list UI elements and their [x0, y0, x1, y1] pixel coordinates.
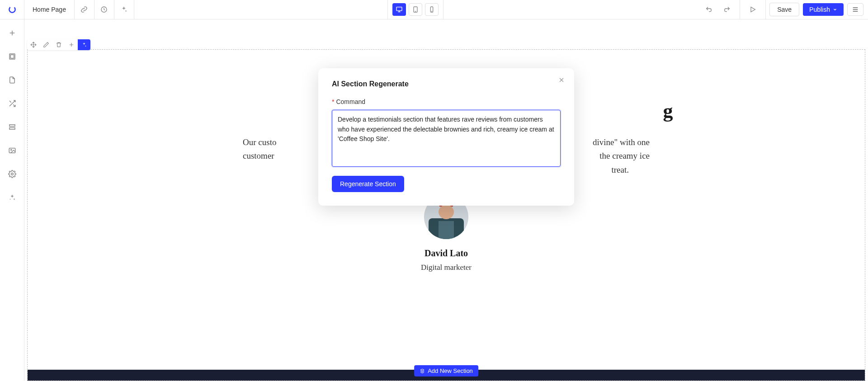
regenerate-button[interactable]: Regenerate Section: [332, 176, 404, 192]
svg-rect-10: [9, 125, 15, 127]
command-textarea[interactable]: [332, 110, 561, 167]
svg-rect-9: [10, 55, 14, 58]
close-icon[interactable]: [556, 75, 567, 85]
preview-button[interactable]: [745, 1, 761, 18]
svg-point-0: [8, 5, 16, 14]
clock-icon[interactable]: [94, 0, 114, 19]
canvas[interactable]: g Our custo divine" with one customer th…: [24, 19, 868, 381]
undo-button[interactable]: [701, 1, 717, 18]
media-button[interactable]: [7, 145, 18, 156]
command-label: *Command: [332, 98, 561, 105]
modal-overlay: AI Section Regenerate *Command Regenerat…: [24, 19, 868, 381]
svg-point-6: [431, 11, 432, 12]
redo-button[interactable]: [719, 1, 735, 18]
chevron-down-icon: [833, 7, 837, 12]
menu-button[interactable]: [847, 3, 863, 16]
settings-button[interactable]: [7, 169, 18, 179]
app-logo[interactable]: [0, 0, 24, 19]
ai-regenerate-modal: AI Section Regenerate *Command Regenerat…: [318, 68, 574, 206]
layers-button[interactable]: [7, 122, 18, 132]
svg-rect-11: [9, 128, 15, 130]
pages-button[interactable]: [7, 75, 18, 85]
publish-button[interactable]: Publish: [803, 3, 844, 16]
svg-marker-7: [751, 7, 755, 12]
mobile-view-button[interactable]: [425, 3, 439, 16]
top-toolbar: Home Page Save Publish: [0, 0, 868, 19]
device-switcher: [387, 0, 443, 19]
link-icon[interactable]: [75, 0, 94, 19]
modal-title: AI Section Regenerate: [332, 80, 561, 88]
tablet-view-button[interactable]: [409, 3, 422, 16]
shuffle-button[interactable]: [7, 98, 18, 109]
publish-label: Publish: [809, 6, 830, 13]
ai-button[interactable]: [7, 192, 18, 203]
page-title[interactable]: Home Page: [24, 0, 75, 19]
add-element-button[interactable]: [7, 28, 18, 38]
svg-point-13: [10, 149, 11, 150]
main-area: g Our custo divine" with one customer th…: [0, 19, 868, 381]
sparkle-icon[interactable]: [114, 0, 134, 19]
sections-button[interactable]: [7, 51, 18, 62]
save-button[interactable]: Save: [769, 3, 799, 16]
svg-point-14: [11, 173, 13, 175]
svg-point-4: [415, 11, 415, 12]
desktop-view-button[interactable]: [392, 3, 406, 16]
left-sidebar: [0, 19, 24, 381]
svg-rect-2: [396, 7, 402, 11]
